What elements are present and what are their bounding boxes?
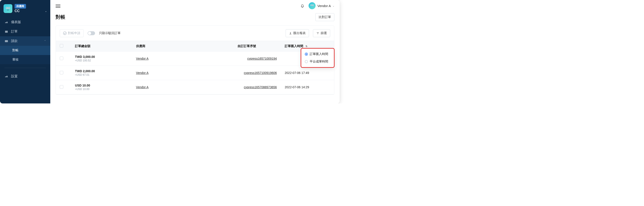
owl-icon bbox=[310, 3, 314, 8]
reconcile-request-button[interactable]: 對帳申請 bbox=[60, 29, 84, 37]
topbar: Vendor A ⌄ bbox=[50, 0, 340, 11]
hamburger-menu[interactable] bbox=[56, 4, 60, 8]
org-code: CC bbox=[14, 9, 20, 13]
topbar-right: Vendor A ⌄ bbox=[300, 2, 334, 9]
svg-point-2 bbox=[6, 7, 7, 8]
row-time: 2022-07-06 14:29 bbox=[281, 80, 334, 95]
brand-logo bbox=[4, 4, 12, 13]
column-amount[interactable]: 訂單總金額 bbox=[71, 41, 132, 51]
download-icon bbox=[289, 32, 292, 35]
row-checkbox[interactable] bbox=[60, 57, 63, 60]
sidebar-item-billing[interactable]: 請款 ⌃ bbox=[0, 36, 50, 46]
user-menu[interactable]: Vendor A ⌄ bbox=[308, 2, 334, 9]
panel: 對帳申請 只顯示駁回訂單 匯出報表 篩選 訂單總金額 bbox=[56, 25, 334, 95]
row-checkbox[interactable] bbox=[60, 71, 63, 74]
svg-point-8 bbox=[312, 5, 313, 5]
gear-icon bbox=[4, 74, 8, 78]
sidebar-item-dashboard[interactable]: 儀表版 bbox=[0, 17, 50, 27]
chevron-down-icon: ⌄ bbox=[332, 5, 334, 7]
row-vendor-link[interactable]: Vendor A bbox=[136, 57, 149, 60]
nav-separator bbox=[4, 68, 46, 68]
column-vendor[interactable]: 供應商 bbox=[132, 41, 234, 51]
radio-unselected-icon bbox=[305, 60, 308, 63]
sidebar-item-orders[interactable]: 訂單 bbox=[0, 27, 50, 36]
row-amount-sub: ≈USD 10.00 bbox=[75, 88, 128, 91]
card-icon bbox=[4, 39, 8, 43]
sidebar-item-label: 設置 bbox=[11, 74, 18, 78]
column-label: 訂單匯入時間 bbox=[285, 44, 303, 48]
row-seq-link[interactable]: cypress16571009194 bbox=[247, 57, 277, 60]
sidebar-item-label: 訂單 bbox=[11, 29, 18, 34]
table-row: USD 10.00 ≈USD 10.00 Vendor A cypress165… bbox=[56, 80, 334, 95]
select-all-checkbox[interactable] bbox=[60, 44, 63, 48]
button-label: 對帳申請 bbox=[68, 31, 80, 35]
user-name: Vendor A bbox=[317, 4, 331, 8]
column-import-time[interactable]: 訂單匯入時間 ⇅ 訂單匯入時間 bbox=[281, 41, 334, 51]
row-seq-link[interactable]: cypress1657100919606 bbox=[244, 71, 277, 75]
svg-rect-4 bbox=[5, 40, 8, 42]
column-custom-seq[interactable]: 自訂訂單序號 bbox=[234, 41, 281, 51]
table-header-row: 訂單總金額 供應商 自訂訂單序號 訂單匯入時間 ⇅ bbox=[56, 41, 334, 51]
row-vendor-link[interactable]: Vendor A bbox=[136, 85, 149, 89]
bell-icon[interactable] bbox=[300, 3, 304, 8]
row-time: 2022-07-06 17:49 bbox=[281, 66, 334, 80]
rejected-only-toggle[interactable] bbox=[88, 31, 95, 35]
panel-toolbar: 對帳申請 只顯示駁回訂單 匯出報表 篩選 bbox=[56, 26, 334, 41]
row-amount: USD 10.00 bbox=[75, 84, 128, 87]
rejected-only-label: 只顯示駁回訂單 bbox=[99, 31, 121, 35]
app-root: 供應商 CC ⌄ 儀表版 訂單 請款 ⌃ 對帳 bbox=[0, 0, 340, 103]
filter-icon bbox=[316, 32, 319, 35]
brand-block: 供應商 CC ⌄ bbox=[0, 0, 50, 15]
sidebar-sub-reconcile[interactable]: 對帳 bbox=[0, 46, 50, 55]
option-label: 訂單匯入時間 bbox=[310, 52, 328, 56]
sidebar-submenu-billing: 對帳 審核 bbox=[0, 46, 50, 64]
table-row: TWD 3,000.00 ≈USD 100.52 Vendor A cypres… bbox=[56, 51, 334, 66]
table-body: TWD 3,000.00 ≈USD 100.52 Vendor A cypres… bbox=[56, 51, 334, 95]
sidebar-item-label: 儀表版 bbox=[11, 20, 21, 24]
page-header: 對帳 比對訂單 bbox=[50, 11, 340, 25]
sidebar-nav: 儀表版 訂單 請款 ⌃ 對帳 審核 設置 bbox=[0, 15, 50, 81]
row-amount: TWD 3,000.00 bbox=[75, 55, 128, 59]
button-label: 匯出報表 bbox=[293, 31, 306, 35]
avatar bbox=[308, 2, 316, 9]
org-switcher[interactable]: CC ⌄ bbox=[14, 9, 47, 13]
sidebar-item-label: 請款 bbox=[11, 39, 18, 43]
sidebar: 供應商 CC ⌄ 儀表版 訂單 請款 ⌃ 對帳 bbox=[0, 0, 50, 103]
sort-icon: ⇅ bbox=[306, 45, 308, 48]
table-row: TWD 2,000.00 ≈USD 67.01 Vendor A cypress… bbox=[56, 66, 334, 80]
filter-button[interactable]: 篩選 bbox=[313, 29, 330, 37]
export-report-button[interactable]: 匯出報表 bbox=[286, 29, 309, 37]
page-title: 對帳 bbox=[56, 14, 65, 20]
owl-icon bbox=[5, 5, 11, 12]
popover-option-platform-time[interactable]: 平台成單時間 bbox=[302, 58, 333, 65]
vendor-badge: 供應商 bbox=[14, 4, 26, 8]
option-label: 平台成單時間 bbox=[310, 60, 328, 64]
main-area: Vendor A ⌄ 對帳 比對訂單 對帳申請 只顯示駁回訂單 匯出報表 bbox=[50, 0, 340, 103]
chevron-up-icon: ⌃ bbox=[44, 40, 46, 42]
button-label: 篩選 bbox=[321, 31, 327, 35]
row-checkbox[interactable] bbox=[60, 85, 63, 89]
compare-orders-button[interactable]: 比對訂單 bbox=[316, 13, 334, 21]
svg-point-3 bbox=[8, 7, 10, 8]
brand-text: 供應商 CC ⌄ bbox=[14, 4, 47, 13]
time-column-popover: 訂單匯入時間 平台成單時間 bbox=[301, 48, 334, 67]
chart-icon bbox=[4, 20, 8, 24]
row-seq-link[interactable]: cypress1657088973656 bbox=[244, 85, 277, 89]
radio-selected-icon bbox=[305, 53, 308, 56]
sidebar-sub-review[interactable]: 審核 bbox=[0, 55, 50, 64]
svg-point-7 bbox=[311, 5, 312, 5]
row-amount-sub: ≈USD 67.01 bbox=[75, 73, 128, 76]
chevron-down-icon: ⌄ bbox=[45, 10, 47, 12]
row-vendor-link[interactable]: Vendor A bbox=[136, 71, 149, 75]
orders-table: 訂單總金額 供應商 自訂訂單序號 訂單匯入時間 ⇅ bbox=[56, 41, 334, 95]
box-icon bbox=[4, 30, 8, 34]
row-amount-sub: ≈USD 100.52 bbox=[75, 59, 128, 62]
sidebar-item-settings[interactable]: 設置 bbox=[0, 72, 50, 81]
popover-option-import-time[interactable]: 訂單匯入時間 bbox=[302, 50, 333, 58]
column-checkbox bbox=[56, 41, 71, 51]
check-circle-icon bbox=[63, 31, 66, 35]
row-amount: TWD 2,000.00 bbox=[75, 69, 128, 73]
